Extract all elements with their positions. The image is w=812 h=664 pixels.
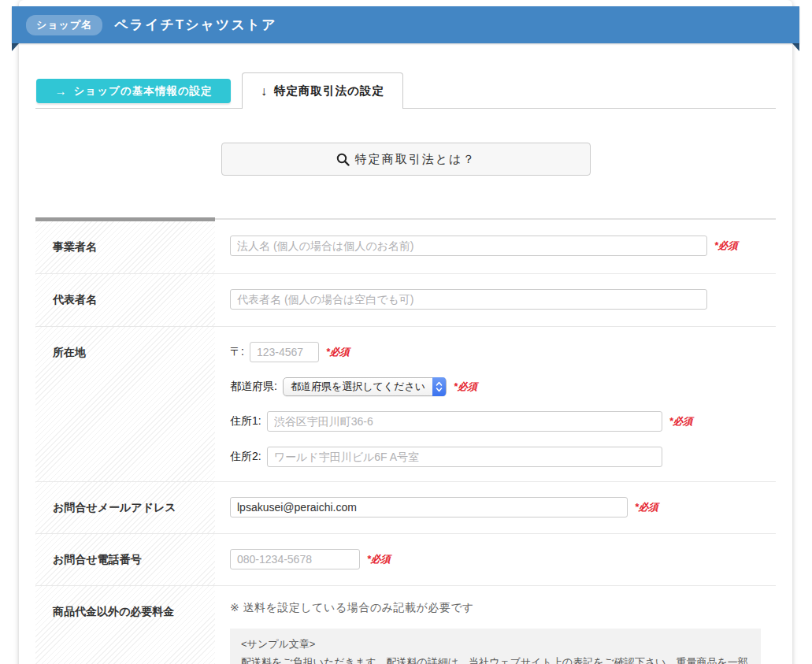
- form-top-bar: [35, 217, 776, 221]
- form-row-phone: お問合せ電話番号 *必須: [35, 534, 776, 586]
- shop-name-badge: ショップ名: [26, 15, 102, 35]
- tab-basic-info-label: ショップの基本情報の設定: [74, 84, 213, 98]
- sample-text-body: 配送料をご負担いただきます。配送料の詳細は、当社ウェブサイト上の表記をご確認下さ…: [241, 654, 750, 664]
- required-badge: *必須: [669, 415, 693, 428]
- form-row-address: 所在地 〒: *必須 都道府県: 都道府県を選択してください: [35, 327, 776, 482]
- phone-input[interactable]: [230, 549, 360, 569]
- search-icon: [336, 153, 350, 166]
- phone-label: お問合せ電話番号: [35, 534, 215, 585]
- required-badge: *必須: [714, 239, 738, 253]
- required-badge: *必須: [326, 346, 350, 359]
- zip-label: 〒:: [230, 345, 244, 359]
- prefecture-select-value: 都道府県を選択してください: [291, 380, 425, 394]
- tab-basic-info[interactable]: → ショップの基本情報の設定: [36, 79, 231, 103]
- tab-tokushoho-label: 特定商取引法の設定: [274, 83, 384, 98]
- email-label: お問合せメールアドレス: [35, 482, 215, 533]
- extra-fees-label: 商品代金以外の必要料金: [35, 586, 215, 664]
- address2-label: 住所2:: [230, 450, 261, 464]
- arrow-right-icon: →: [55, 84, 68, 98]
- form-row-extra-fees: 商品代金以外の必要料金 ※ 送料を設定している場合のみ記載が必要です <サンプル…: [35, 586, 776, 664]
- prefecture-select[interactable]: 都道府県を選択してください: [283, 377, 447, 396]
- email-input[interactable]: [230, 497, 628, 517]
- address1-label: 住所1:: [230, 414, 261, 428]
- address1-input[interactable]: [267, 411, 662, 432]
- form-row-business-name: 事業者名 *必須: [35, 221, 776, 274]
- ribbon-fold-right-icon: [792, 43, 799, 51]
- select-stepper-icon: [432, 377, 446, 396]
- business-name-label: 事業者名: [35, 221, 215, 273]
- tokushoho-help-label: 特定商取引法とは？: [355, 152, 476, 167]
- sample-text-title: <サンプル文章>: [241, 636, 750, 654]
- required-badge: *必須: [367, 553, 391, 566]
- representative-input[interactable]: [230, 289, 707, 310]
- address2-input[interactable]: [267, 447, 662, 467]
- tab-baseline-divider: [35, 108, 776, 109]
- form-top-divider: [215, 218, 776, 220]
- sample-text-box: <サンプル文章> 配送料をご負担いただきます。配送料の詳細は、当社ウェブサイト上…: [230, 629, 761, 664]
- zip-input[interactable]: [250, 342, 319, 362]
- form-row-representative: 代表者名: [35, 274, 776, 327]
- label-column-accent-bar: [35, 217, 215, 221]
- prefecture-label: 都道府県:: [230, 380, 277, 394]
- tokushoho-form: 事業者名 *必須 代表者名 所在地 〒: *必須 都道府県:: [35, 217, 776, 664]
- ribbon-fold-left-icon: [12, 43, 19, 51]
- shop-header-ribbon: ショップ名 ペライチTシャツストア: [12, 6, 799, 43]
- tokushoho-help-button[interactable]: 特定商取引法とは？: [221, 143, 591, 176]
- tab-tokushoho[interactable]: ↓ 特定商取引法の設定: [242, 72, 403, 109]
- address-label: 所在地: [35, 327, 215, 481]
- shipping-note: ※ 送料を設定している場合のみ記載が必要です: [230, 601, 776, 615]
- representative-label: 代表者名: [35, 274, 215, 326]
- shop-title: ペライチTシャツストア: [114, 16, 276, 34]
- business-name-input[interactable]: [230, 236, 707, 256]
- arrow-down-icon: ↓: [261, 84, 268, 98]
- required-badge: *必須: [454, 380, 477, 394]
- form-row-email: お問合せメールアドレス *必須: [35, 482, 776, 534]
- required-badge: *必須: [635, 501, 658, 514]
